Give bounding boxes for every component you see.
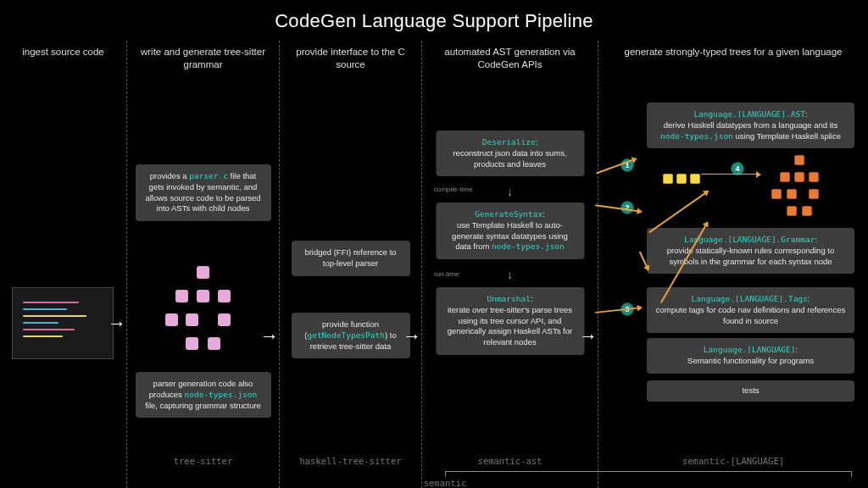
- card-deserialize: Deserialize: reconstruct json data into …: [436, 130, 584, 176]
- phase-run-time: run-time: [434, 270, 459, 278]
- card-lang-tags: Language.[LANGUAGE].Tags: compute tags f…: [647, 287, 854, 333]
- col-header: provide interface to the C source: [285, 41, 416, 80]
- card-parser-c: provides a parser.c file that gets invok…: [136, 164, 271, 221]
- arrow-right-icon: →: [403, 325, 421, 347]
- card-node-types: parser generation code also produces nod…: [136, 372, 271, 418]
- pipeline-columns: ingest source code → write and generate …: [0, 41, 868, 488]
- connector-arrow-icon: [595, 307, 642, 313]
- card-generate-syntax: GenerateSyntax: use Template Haskell to …: [436, 202, 584, 259]
- semantic-bracket-label: semantic: [242, 478, 648, 488]
- col-header: generate strongly-typed trees for a give…: [604, 41, 863, 67]
- card-ffi: bridged (FFI) reference to top-level par…: [292, 241, 410, 276]
- col-footer: [5, 461, 121, 488]
- col-header: automated AST generation via CodeGen API…: [427, 41, 593, 80]
- source-code-icon: [12, 287, 114, 359]
- col-header: ingest source code: [5, 41, 121, 67]
- arrow-right-icon: →: [260, 325, 279, 347]
- arrow-right-icon: →: [108, 313, 126, 335]
- col-header: write and generate tree-sitter grammar: [132, 41, 274, 80]
- arrow-right-icon: →: [579, 325, 598, 347]
- card-unmarshal: Unmarshal: iterate over tree-sitter's pa…: [436, 287, 584, 355]
- connector-arrow-icon: [701, 174, 760, 175]
- ast-tree-icon: [157, 266, 250, 351]
- col-semantic-language: generate strongly-typed trees for a give…: [598, 41, 868, 488]
- card-tests: tests: [647, 380, 854, 402]
- phase-compile-time: compile-time: [434, 186, 472, 193]
- card-lang-semantic: Language.[LANGUAGE]: Semantic functional…: [647, 338, 854, 374]
- connector-arrow-icon: [595, 204, 642, 212]
- card-get-node-types: provide function (getNodeTypesPath) to r…: [292, 313, 410, 358]
- card-lang-grammar: Language.[LANGUAGE].Grammar: provide sta…: [647, 228, 854, 274]
- col-tree-sitter: write and generate tree-sitter grammar p…: [127, 41, 280, 488]
- card-lang-ast: Language.[LANGUAGE].AST: derive Haskell …: [647, 103, 854, 148]
- page-title: CodeGen Language Support Pipeline: [0, 0, 868, 32]
- col-ingest: ingest source code →: [0, 41, 127, 488]
- col-semantic-ast: automated AST generation via CodeGen API…: [422, 41, 598, 488]
- col-haskell-tree-sitter: provide interface to the C source bridge…: [280, 41, 422, 488]
- semantic-bracket: [445, 471, 852, 476]
